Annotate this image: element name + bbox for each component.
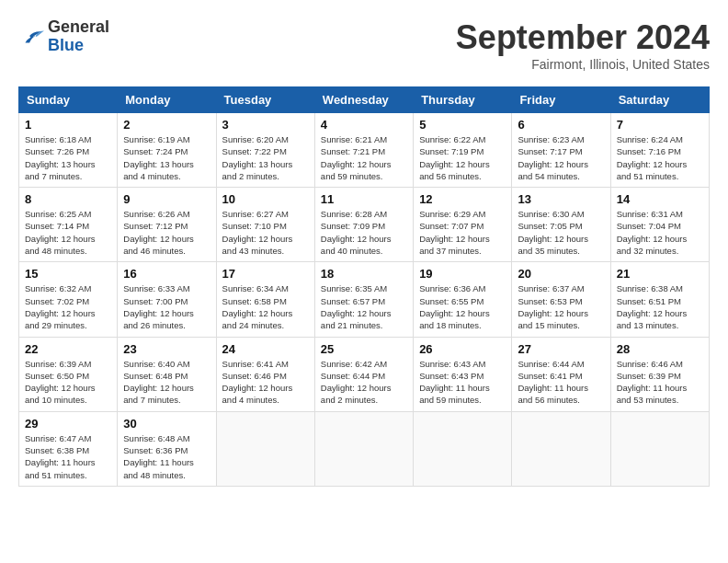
calendar-cell (314, 411, 413, 486)
day-info: Sunrise: 6:35 AMSunset: 6:57 PMDaylight:… (321, 282, 407, 331)
day-info: Sunrise: 6:46 AMSunset: 6:39 PMDaylight:… (617, 358, 703, 407)
calendar-cell: 18Sunrise: 6:35 AMSunset: 6:57 PMDayligh… (314, 262, 413, 337)
day-info: Sunrise: 6:31 AMSunset: 7:04 PMDaylight:… (617, 208, 703, 257)
day-info: Sunrise: 6:43 AMSunset: 6:43 PMDaylight:… (419, 358, 506, 407)
day-number: 16 (123, 267, 210, 281)
day-number: 27 (518, 342, 604, 356)
day-number: 11 (321, 192, 407, 206)
calendar-cell: 12Sunrise: 6:29 AMSunset: 7:07 PMDayligh… (414, 188, 512, 262)
day-info: Sunrise: 6:40 AMSunset: 6:48 PMDaylight:… (123, 358, 210, 407)
day-number: 7 (617, 118, 703, 132)
day-number: 24 (222, 342, 309, 356)
day-info: Sunrise: 6:20 AMSunset: 7:22 PMDaylight:… (222, 133, 309, 182)
calendar-cell: 14Sunrise: 6:31 AMSunset: 7:04 PMDayligh… (610, 188, 709, 262)
calendar-cell: 22Sunrise: 6:39 AMSunset: 6:50 PMDayligh… (19, 337, 118, 411)
day-number: 29 (25, 417, 111, 431)
calendar-cell: 3Sunrise: 6:20 AMSunset: 7:22 PMDaylight… (216, 113, 314, 188)
calendar-cell: 21Sunrise: 6:38 AMSunset: 6:51 PMDayligh… (610, 262, 709, 337)
logo-icon (18, 24, 44, 50)
day-number: 6 (518, 118, 604, 132)
day-info: Sunrise: 6:18 AMSunset: 7:26 PMDaylight:… (25, 133, 111, 182)
calendar-cell: 2Sunrise: 6:19 AMSunset: 7:24 PMDaylight… (118, 113, 216, 188)
calendar-cell: 16Sunrise: 6:33 AMSunset: 7:00 PMDayligh… (118, 262, 216, 337)
column-header-thursday: Thursday (414, 87, 512, 113)
calendar-cell: 20Sunrise: 6:37 AMSunset: 6:53 PMDayligh… (512, 262, 610, 337)
day-info: Sunrise: 6:25 AMSunset: 7:14 PMDaylight:… (25, 208, 111, 257)
day-number: 30 (123, 417, 210, 431)
day-number: 20 (518, 267, 604, 281)
day-info: Sunrise: 6:23 AMSunset: 7:17 PMDaylight:… (518, 133, 604, 182)
calendar-cell: 29Sunrise: 6:47 AMSunset: 6:38 PMDayligh… (19, 411, 118, 486)
day-number: 13 (518, 192, 604, 206)
day-number: 4 (321, 118, 407, 132)
calendar-cell: 7Sunrise: 6:24 AMSunset: 7:16 PMDaylight… (610, 113, 709, 188)
calendar-week-1: 1Sunrise: 6:18 AMSunset: 7:26 PMDaylight… (19, 113, 710, 188)
column-header-sunday: Sunday (19, 87, 118, 113)
calendar-cell: 5Sunrise: 6:22 AMSunset: 7:19 PMDaylight… (414, 113, 512, 188)
day-info: Sunrise: 6:29 AMSunset: 7:07 PMDaylight:… (419, 208, 506, 257)
calendar-cell: 28Sunrise: 6:46 AMSunset: 6:39 PMDayligh… (610, 337, 709, 411)
calendar-week-5: 29Sunrise: 6:47 AMSunset: 6:38 PMDayligh… (19, 411, 710, 486)
column-header-friday: Friday (512, 87, 610, 113)
day-number: 17 (222, 267, 309, 281)
day-number: 8 (25, 192, 111, 206)
calendar-cell: 17Sunrise: 6:34 AMSunset: 6:58 PMDayligh… (216, 262, 314, 337)
day-info: Sunrise: 6:41 AMSunset: 6:46 PMDaylight:… (222, 358, 309, 407)
day-info: Sunrise: 6:22 AMSunset: 7:19 PMDaylight:… (419, 133, 506, 182)
calendar-cell (512, 411, 610, 486)
day-info: Sunrise: 6:47 AMSunset: 6:38 PMDaylight:… (25, 432, 111, 481)
calendar-table: SundayMondayTuesdayWednesdayThursdayFrid… (18, 86, 710, 487)
day-number: 9 (123, 192, 210, 206)
day-info: Sunrise: 6:19 AMSunset: 7:24 PMDaylight:… (123, 133, 210, 182)
title-block: September 2024 Fairmont, Illinois, Unite… (456, 18, 710, 72)
calendar-cell: 24Sunrise: 6:41 AMSunset: 6:46 PMDayligh… (216, 337, 314, 411)
day-number: 3 (222, 118, 309, 132)
day-number: 22 (25, 342, 111, 356)
day-info: Sunrise: 6:37 AMSunset: 6:53 PMDaylight:… (518, 282, 604, 331)
logo: General Blue (18, 18, 109, 55)
day-info: Sunrise: 6:32 AMSunset: 7:02 PMDaylight:… (25, 282, 111, 331)
calendar-week-3: 15Sunrise: 6:32 AMSunset: 7:02 PMDayligh… (19, 262, 710, 337)
calendar-week-2: 8Sunrise: 6:25 AMSunset: 7:14 PMDaylight… (19, 188, 710, 262)
calendar-cell: 26Sunrise: 6:43 AMSunset: 6:43 PMDayligh… (414, 337, 512, 411)
calendar-cell: 25Sunrise: 6:42 AMSunset: 6:44 PMDayligh… (314, 337, 413, 411)
day-number: 26 (419, 342, 506, 356)
calendar-cell: 11Sunrise: 6:28 AMSunset: 7:09 PMDayligh… (314, 188, 413, 262)
day-number: 5 (419, 118, 506, 132)
day-info: Sunrise: 6:48 AMSunset: 6:36 PMDaylight:… (123, 432, 210, 481)
day-number: 14 (617, 192, 703, 206)
day-info: Sunrise: 6:24 AMSunset: 7:16 PMDaylight:… (617, 133, 703, 182)
calendar-cell: 27Sunrise: 6:44 AMSunset: 6:41 PMDayligh… (512, 337, 610, 411)
month-title: September 2024 (456, 18, 710, 57)
day-info: Sunrise: 6:38 AMSunset: 6:51 PMDaylight:… (617, 282, 703, 331)
calendar-cell (610, 411, 709, 486)
day-number: 15 (25, 267, 111, 281)
logo-text: General Blue (48, 18, 109, 55)
day-number: 21 (617, 267, 703, 281)
day-number: 25 (321, 342, 407, 356)
day-info: Sunrise: 6:33 AMSunset: 7:00 PMDaylight:… (123, 282, 210, 331)
column-header-monday: Monday (118, 87, 216, 113)
page-header: General Blue September 2024 Fairmont, Il… (18, 18, 710, 72)
calendar-cell: 23Sunrise: 6:40 AMSunset: 6:48 PMDayligh… (118, 337, 216, 411)
day-info: Sunrise: 6:27 AMSunset: 7:10 PMDaylight:… (222, 208, 309, 257)
calendar-cell (414, 411, 512, 486)
column-header-tuesday: Tuesday (216, 87, 314, 113)
day-number: 19 (419, 267, 506, 281)
calendar-cell (216, 411, 314, 486)
calendar-cell: 30Sunrise: 6:48 AMSunset: 6:36 PMDayligh… (118, 411, 216, 486)
calendar-cell: 19Sunrise: 6:36 AMSunset: 6:55 PMDayligh… (414, 262, 512, 337)
day-number: 23 (123, 342, 210, 356)
day-number: 12 (419, 192, 506, 206)
calendar-header-row: SundayMondayTuesdayWednesdayThursdayFrid… (19, 87, 710, 113)
calendar-cell: 1Sunrise: 6:18 AMSunset: 7:26 PMDaylight… (19, 113, 118, 188)
day-info: Sunrise: 6:42 AMSunset: 6:44 PMDaylight:… (321, 358, 407, 407)
column-header-saturday: Saturday (610, 87, 709, 113)
day-info: Sunrise: 6:21 AMSunset: 7:21 PMDaylight:… (321, 133, 407, 182)
calendar-cell: 15Sunrise: 6:32 AMSunset: 7:02 PMDayligh… (19, 262, 118, 337)
day-info: Sunrise: 6:44 AMSunset: 6:41 PMDaylight:… (518, 358, 604, 407)
day-info: Sunrise: 6:28 AMSunset: 7:09 PMDaylight:… (321, 208, 407, 257)
calendar-cell: 10Sunrise: 6:27 AMSunset: 7:10 PMDayligh… (216, 188, 314, 262)
calendar-week-4: 22Sunrise: 6:39 AMSunset: 6:50 PMDayligh… (19, 337, 710, 411)
calendar-cell: 8Sunrise: 6:25 AMSunset: 7:14 PMDaylight… (19, 188, 118, 262)
